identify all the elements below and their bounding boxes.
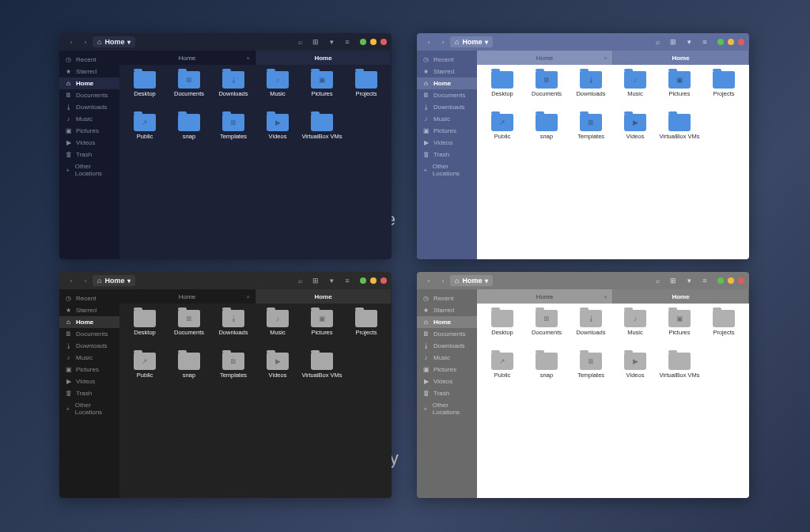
folder-grid[interactable]: Desktop🗎Documents⭳Downloads♪Music▣Pictur… bbox=[119, 65, 392, 259]
folder-item[interactable]: ▣Pictures bbox=[300, 310, 344, 351]
folder-item[interactable]: 🗎Templates bbox=[211, 353, 255, 394]
close-button[interactable] bbox=[738, 277, 744, 284]
sidebar-item[interactable]: ⌂Home bbox=[59, 77, 119, 89]
folder-item[interactable]: ▶Videos bbox=[255, 114, 300, 155]
view-toggle-button[interactable]: ⊞ bbox=[310, 275, 321, 286]
folder-item[interactable]: Projects bbox=[344, 310, 388, 351]
sidebar-item[interactable]: ◷Recent bbox=[59, 54, 119, 66]
close-button[interactable] bbox=[380, 277, 387, 284]
sidebar-item[interactable]: ▣Pictures bbox=[59, 364, 119, 375]
folder-item[interactable]: Desktop bbox=[123, 310, 167, 351]
tab-close-icon[interactable]: × bbox=[246, 55, 250, 62]
folder-item[interactable]: ▣Pictures bbox=[657, 310, 702, 351]
nav-forward-button[interactable]: › bbox=[80, 36, 91, 47]
sidebar-item[interactable]: 🗎Documents bbox=[417, 89, 477, 101]
tab[interactable]: Home bbox=[255, 289, 392, 304]
sidebar-item[interactable]: ★Starred bbox=[59, 66, 119, 77]
folder-item[interactable]: VirtualBox VMs bbox=[657, 353, 702, 394]
folder-item[interactable]: 🗎Documents bbox=[167, 71, 211, 112]
nav-back-button[interactable]: ‹ bbox=[66, 275, 77, 286]
folder-item[interactable]: ▣Pictures bbox=[657, 71, 702, 112]
folder-item[interactable]: Desktop bbox=[480, 310, 524, 351]
folder-item[interactable]: ▶Videos bbox=[613, 114, 657, 155]
sidebar-item[interactable]: ♪Music bbox=[417, 352, 477, 364]
nav-back-button[interactable]: ‹ bbox=[423, 36, 434, 47]
folder-item[interactable]: ↗Public bbox=[123, 353, 167, 394]
minimize-button[interactable] bbox=[717, 39, 724, 45]
sidebar-item[interactable]: 🗑Trash bbox=[417, 387, 477, 399]
search-button[interactable]: ⌕ bbox=[294, 275, 305, 286]
minimize-button[interactable] bbox=[360, 277, 366, 284]
tab[interactable]: Home bbox=[613, 51, 749, 65]
tab-close-icon[interactable]: × bbox=[604, 55, 608, 62]
zoom-button[interactable]: ▾ bbox=[326, 275, 337, 286]
folder-item[interactable]: Desktop bbox=[123, 71, 167, 112]
folder-item[interactable]: ↗Public bbox=[123, 114, 167, 155]
sidebar-item[interactable]: 🗑Trash bbox=[59, 387, 119, 399]
nav-back-button[interactable]: ‹ bbox=[66, 36, 77, 47]
folder-item[interactable]: VirtualBox VMs bbox=[300, 353, 344, 394]
sidebar-item[interactable]: ♪Music bbox=[59, 113, 119, 125]
folder-item[interactable]: 🗎Templates bbox=[569, 353, 613, 394]
tab[interactable]: Home× bbox=[119, 51, 255, 65]
sidebar-item[interactable]: ⭳Downloads bbox=[417, 101, 477, 113]
sidebar-item[interactable]: ⌂Home bbox=[417, 77, 477, 89]
sidebar-item[interactable]: ⌂Home bbox=[59, 316, 119, 328]
menu-button[interactable]: ≡ bbox=[342, 275, 353, 286]
folder-item[interactable]: Projects bbox=[344, 71, 388, 112]
sidebar-item[interactable]: ▶Videos bbox=[417, 137, 477, 149]
tab[interactable]: Home× bbox=[477, 51, 613, 65]
sidebar-item[interactable]: 🗎Documents bbox=[59, 89, 119, 101]
folder-item[interactable]: 🗎Documents bbox=[524, 310, 569, 351]
folder-item[interactable]: snap bbox=[167, 353, 211, 394]
sidebar-item[interactable]: ★Starred bbox=[417, 66, 477, 77]
tab[interactable]: Home bbox=[613, 289, 749, 304]
sidebar-item[interactable]: ★Starred bbox=[59, 304, 119, 316]
folder-item[interactable]: ⭳Downloads bbox=[211, 310, 255, 351]
sidebar-item[interactable]: +Other Locations bbox=[417, 160, 477, 179]
menu-button[interactable]: ≡ bbox=[699, 275, 710, 286]
maximize-button[interactable] bbox=[370, 39, 377, 45]
folder-item[interactable]: 🗎Templates bbox=[211, 114, 255, 155]
folder-grid[interactable]: Desktop🗎Documents⭳Downloads♪Music▣Pictur… bbox=[477, 304, 749, 498]
sidebar-item[interactable]: 🗎Documents bbox=[59, 328, 119, 340]
folder-item[interactable]: VirtualBox VMs bbox=[657, 114, 702, 155]
nav-forward-button[interactable]: › bbox=[80, 275, 91, 286]
sidebar-item[interactable]: ♪Music bbox=[59, 352, 119, 364]
location-button[interactable]: ⌂Home▾ bbox=[93, 275, 135, 286]
folder-grid[interactable]: Desktop🗎Documents⭳Downloads♪Music▣Pictur… bbox=[477, 65, 749, 259]
search-button[interactable]: ⌕ bbox=[652, 36, 663, 47]
sidebar-item[interactable]: ▣Pictures bbox=[417, 364, 477, 375]
location-button[interactable]: ⌂Home▾ bbox=[450, 36, 493, 47]
sidebar-item[interactable]: 🗑Trash bbox=[417, 149, 477, 160]
view-toggle-button[interactable]: ⊞ bbox=[668, 275, 679, 286]
sidebar-item[interactable]: ▣Pictures bbox=[59, 125, 119, 137]
close-button[interactable] bbox=[738, 39, 744, 45]
folder-item[interactable]: Projects bbox=[702, 310, 746, 351]
maximize-button[interactable] bbox=[728, 39, 734, 45]
folder-item[interactable]: 🗎Templates bbox=[569, 114, 613, 155]
minimize-button[interactable] bbox=[360, 39, 366, 45]
folder-item[interactable]: snap bbox=[524, 353, 569, 394]
sidebar-item[interactable]: ◷Recent bbox=[59, 292, 119, 304]
folder-item[interactable]: ⭳Downloads bbox=[569, 310, 613, 351]
zoom-button[interactable]: ▾ bbox=[683, 275, 695, 286]
tab[interactable]: Home× bbox=[119, 289, 255, 304]
nav-back-button[interactable]: ‹ bbox=[423, 275, 434, 286]
tab-close-icon[interactable]: × bbox=[604, 293, 608, 300]
sidebar-item[interactable]: 🗑Trash bbox=[59, 149, 119, 160]
sidebar-item[interactable]: +Other Locations bbox=[59, 399, 119, 418]
menu-button[interactable]: ≡ bbox=[342, 36, 353, 47]
folder-item[interactable]: Desktop bbox=[480, 71, 524, 112]
tab-close-icon[interactable]: × bbox=[246, 293, 250, 300]
folder-item[interactable]: ↗Public bbox=[480, 353, 524, 394]
folder-item[interactable]: ♪Music bbox=[255, 310, 300, 351]
folder-item[interactable]: ▶Videos bbox=[255, 353, 300, 394]
folder-item[interactable]: ▣Pictures bbox=[300, 71, 344, 112]
sidebar-item[interactable]: ▣Pictures bbox=[417, 125, 477, 137]
sidebar-item[interactable]: ⭳Downloads bbox=[417, 340, 477, 352]
nav-forward-button[interactable]: › bbox=[437, 36, 449, 47]
sidebar-item[interactable]: ◷Recent bbox=[417, 54, 477, 66]
sidebar-item[interactable]: ⭳Downloads bbox=[59, 101, 119, 113]
sidebar-item[interactable]: 🗎Documents bbox=[417, 328, 477, 340]
